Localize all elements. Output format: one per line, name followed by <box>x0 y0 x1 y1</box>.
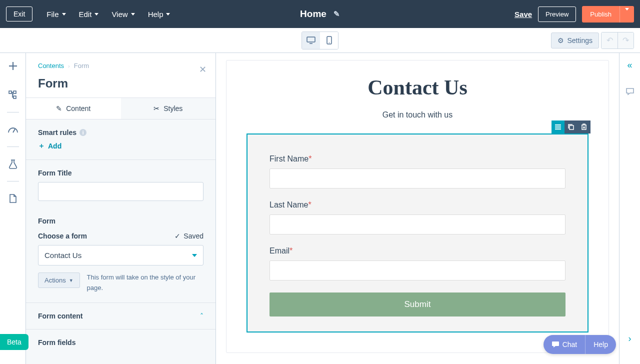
page-title: Home <box>300 8 326 20</box>
caret-down-icon <box>625 8 629 18</box>
publish-button[interactable]: Publish <box>582 6 620 22</box>
redo-button[interactable]: ↷ <box>618 32 634 48</box>
undo-redo-group: ↶ ↷ <box>601 32 634 49</box>
gear-icon: ⚙ <box>558 36 564 44</box>
device-toggle <box>302 32 338 50</box>
menu-view[interactable]: View <box>112 10 134 18</box>
settings-button[interactable]: ⚙ Settings <box>551 32 599 48</box>
page-title-area: Home ✎ <box>300 8 340 20</box>
caret-down-icon <box>166 13 170 16</box>
toolbar: ⚙ Settings ↶ ↷ <box>0 28 640 53</box>
topbar-right: Save Preview Publish <box>514 6 634 22</box>
publish-group: Publish <box>582 6 634 22</box>
menu-help[interactable]: Help <box>148 10 170 18</box>
svg-rect-0 <box>307 37 315 42</box>
caret-down-icon <box>94 13 98 16</box>
desktop-icon <box>306 36 316 44</box>
pencil-icon[interactable]: ✎ <box>334 10 340 18</box>
caret-down-icon <box>131 13 135 16</box>
menu-bar: File Edit View Help <box>46 10 170 18</box>
menu-file-label: File <box>46 10 58 18</box>
menu-file[interactable]: File <box>46 10 66 18</box>
mobile-view-button[interactable] <box>320 32 338 49</box>
undo-button[interactable]: ↶ <box>602 32 618 48</box>
menu-edit-label: Edit <box>79 10 92 18</box>
exit-button[interactable]: Exit <box>6 6 32 22</box>
caret-down-icon <box>62 13 66 16</box>
save-link[interactable]: Save <box>514 10 532 18</box>
menu-help-label: Help <box>148 10 164 18</box>
mobile-icon <box>326 36 332 44</box>
publish-caret-button[interactable] <box>620 6 634 22</box>
preview-button[interactable]: Preview <box>538 6 576 22</box>
settings-label: Settings <box>567 36 592 44</box>
desktop-view-button[interactable] <box>302 32 320 49</box>
menu-edit[interactable]: Edit <box>79 10 99 18</box>
menu-view-label: View <box>112 10 128 18</box>
topbar: Exit File Edit View Help Home ✎ Save Pre… <box>0 0 640 28</box>
svg-point-3 <box>328 42 330 44</box>
